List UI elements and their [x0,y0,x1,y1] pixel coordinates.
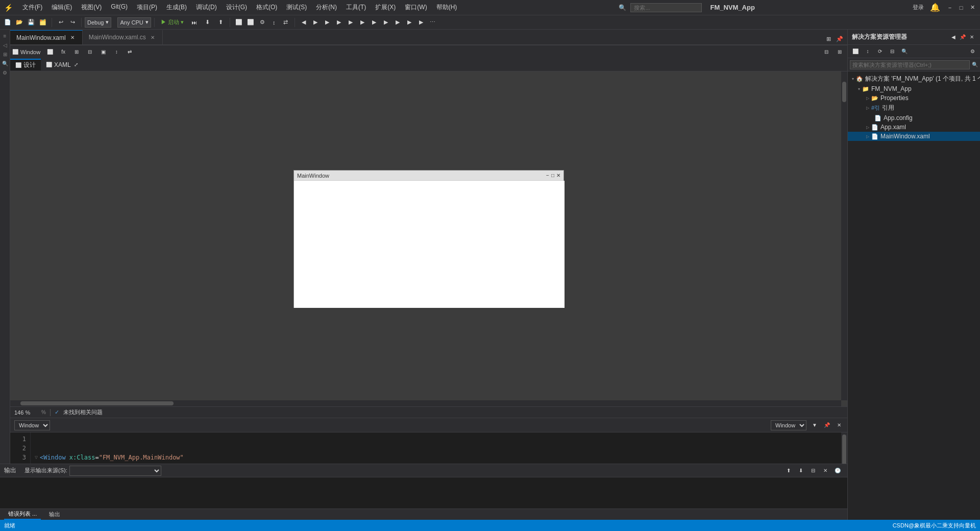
step-over-button[interactable]: ⏭ [189,17,200,28]
menu-edit[interactable]: 编辑(E) [47,2,76,13]
output-btn-2[interactable]: ⬇ [795,465,806,476]
output-source-select[interactable] [69,466,161,476]
tab-split-button[interactable]: ⊞ [823,33,834,44]
close-pane-btn[interactable]: ✕ [835,421,843,429]
open-button[interactable]: 📂 [14,17,25,28]
nav12-button[interactable]: ⋯ [427,17,438,28]
undo-button[interactable]: ↩ [55,17,66,28]
output-btn-5[interactable]: 🕐 [832,465,843,476]
se-search-input[interactable] [850,60,970,69]
se-appconfig[interactable]: 📄 App.config [848,113,980,123]
menu-view[interactable]: 视图(V) [77,2,106,13]
tab-close-1[interactable]: ✕ [69,34,76,41]
output-tab[interactable]: 输出 [45,510,64,519]
tool2-button[interactable]: ⬜ [245,17,256,28]
canvas-vscroll[interactable] [841,71,847,400]
menu-analyze[interactable]: 分析(N) [312,2,341,13]
fold-1[interactable]: ▽ [35,453,38,462]
step-into-button[interactable]: ⬇ [202,17,213,28]
nav1-button[interactable]: ◀ [298,17,309,28]
canvas-hscroll-thumb[interactable] [20,401,174,405]
menu-build[interactable]: 生成(B) [162,2,191,13]
scope-dropdown-right[interactable]: Window [771,420,806,430]
tab-mainwindow-cs[interactable]: MainWindow.xaml.cs ✕ [83,30,163,44]
pin-pane-btn[interactable]: 📌 [823,421,831,429]
design-btn-3[interactable]: ⊞ [71,46,82,58]
menu-tools[interactable]: 工具(T) [342,2,370,13]
output-btn-3[interactable]: ⊟ [807,465,819,476]
login-label[interactable]: 登录 [913,4,924,11]
output-btn-4[interactable]: ✕ [820,465,831,476]
se-solution[interactable]: ▾ 🏠 解决方案 'FM_NVM_App' (1 个项目, 共 1 个) [848,74,980,84]
menu-format[interactable]: 格式(O) [252,2,281,13]
canvas-vscroll-thumb[interactable] [842,82,846,102]
se-project[interactable]: ▾ 📁 FM_NVM_App [848,84,980,93]
se-tb-1[interactable]: ⬜ [850,46,861,57]
search-input[interactable] [630,3,702,12]
menu-project[interactable]: 项目(P) [133,2,161,13]
new-file-button[interactable]: 📄 [2,17,13,28]
close-button[interactable]: ✕ [969,4,976,11]
start-button[interactable]: ▶ 启动 ▾ [158,17,187,28]
se-tb-6[interactable]: ⚙ [967,46,978,57]
design-btn-5[interactable]: ▣ [97,46,109,58]
activity-icon-1[interactable]: ≡ [1,32,9,40]
se-btn-close[interactable]: ✕ [968,33,976,41]
scope-dropdown-left[interactable]: Window [14,420,50,430]
activity-icon-4[interactable]: 🔍 [1,59,9,67]
nav10-button[interactable]: ▶ [404,17,415,28]
save-button[interactable]: 💾 [26,17,37,28]
design-window[interactable]: MainWindow − □ ✕ [293,170,564,308]
se-tb-2[interactable]: ↕ [862,46,873,57]
se-btn-1[interactable]: ◀ [949,33,958,41]
design-expand-btn[interactable]: ⊟ [821,46,832,58]
xaml-tab[interactable]: ⬜ XAML ⤢ [41,60,83,69]
design-btn-4[interactable]: ⊟ [84,46,95,58]
maximize-button[interactable]: □ [958,4,965,11]
nav3-button[interactable]: ▶ [322,17,333,28]
nav5-button[interactable]: ▶ [345,17,356,28]
activity-icon-3[interactable]: ⊞ [1,50,9,58]
nav8-button[interactable]: ▶ [380,17,391,28]
se-tb-3[interactable]: ⟳ [874,46,886,57]
redo-button[interactable]: ↪ [67,17,78,28]
menu-debug[interactable]: 调试(D) [192,2,221,13]
design-btn-1[interactable]: ⬜ [44,46,56,58]
design-btn-7[interactable]: ⇄ [124,46,135,58]
design-btn-6[interactable]: ↕ [111,46,122,58]
menu-git[interactable]: Git(G) [107,2,132,13]
design-tab[interactable]: ⬜ 设计 [10,59,41,70]
menu-window[interactable]: 窗口(W) [401,2,431,13]
bell-icon[interactable]: 🔔 [930,3,940,12]
tool4-button[interactable]: ↕ [268,17,280,28]
collapse-pane-btn[interactable]: ▼ [811,421,819,429]
nav2-button[interactable]: ▶ [310,17,321,28]
menu-test[interactable]: 测试(S) [282,2,311,13]
cpu-dropdown[interactable]: Any CPU ▾ [117,17,151,28]
menu-help[interactable]: 帮助(H) [432,2,461,13]
menu-design[interactable]: 设计(G) [222,2,251,13]
save-all-button[interactable]: 🗂️ [37,17,48,28]
minimize-button[interactable]: − [946,4,953,11]
tool1-button[interactable]: ⬜ [233,17,244,28]
design-collapse-btn[interactable]: ⊞ [834,46,845,58]
design-win-close[interactable]: ✕ [556,173,560,178]
canvas-hscroll[interactable] [10,400,841,406]
tab-mainwindow-xaml[interactable]: MainWindow.xaml ✕ [10,30,83,44]
menu-file[interactable]: 文件(F) [18,2,46,13]
se-btn-pin[interactable]: 📌 [959,33,967,41]
nav11-button[interactable]: ▶ [415,17,427,28]
se-mainwindow[interactable]: ▷ 📄 MainWindow.xaml [848,132,980,141]
tab-pin-button[interactable]: 📌 [834,33,845,44]
tool5-button[interactable]: ⇄ [280,17,291,28]
nav6-button[interactable]: ▶ [357,17,368,28]
output-btn-1[interactable]: ⬆ [783,465,794,476]
debug-dropdown[interactable]: Debug ▾ [85,17,111,28]
menu-extensions[interactable]: 扩展(X) [371,2,400,13]
step-out-button[interactable]: ⬆ [215,17,227,28]
activity-icon-2[interactable]: ◁ [1,41,9,49]
errors-tab[interactable]: 错误列表 ... [4,509,41,520]
se-references[interactable]: ▷ #引 引用 [848,103,980,113]
se-tb-5[interactable]: 🔍 [899,46,910,57]
activity-icon-5[interactable]: ⚙ [1,68,9,77]
